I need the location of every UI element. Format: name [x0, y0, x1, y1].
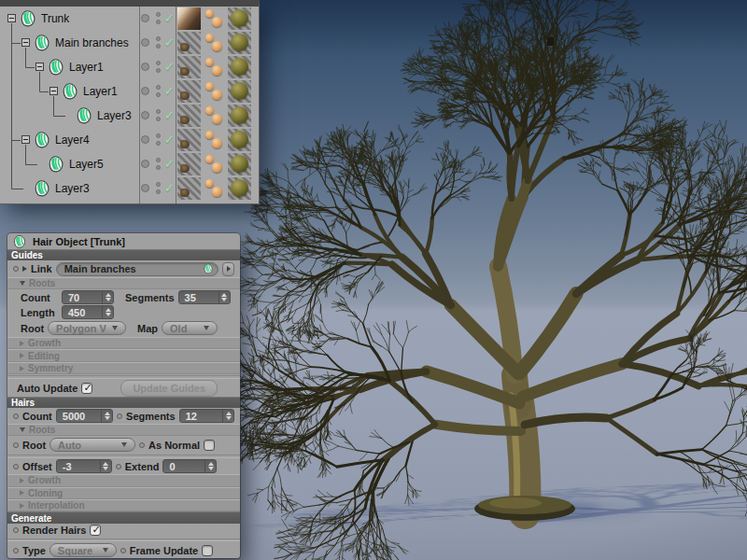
link-field[interactable]: Main branches — [56, 262, 218, 276]
subsection-hairs-roots[interactable]: Roots — [7, 424, 240, 436]
editor-visibility-dot[interactable] — [141, 160, 149, 168]
subsection-guides-growth[interactable]: Growth — [7, 337, 240, 349]
material-tags[interactable] — [203, 80, 226, 103]
section-header-generate[interactable]: Generate — [7, 511, 240, 523]
texture-tag[interactable] — [177, 80, 201, 103]
enable-checkmark-icon[interactable]: ✓ — [164, 133, 175, 147]
spinner-arrows-icon[interactable] — [102, 306, 113, 318]
visibility-dot-bottom[interactable] — [156, 68, 161, 73]
expander-minus-icon[interactable] — [21, 38, 30, 47]
visibility-dot-top[interactable] — [156, 36, 161, 41]
visibility-dot-bottom[interactable] — [156, 117, 161, 121]
expander-minus-icon[interactable] — [49, 87, 58, 95]
visibility-dot-top[interactable] — [156, 61, 161, 65]
visibility-dot-bottom[interactable] — [156, 141, 161, 146]
enable-checkmark-icon[interactable]: ✓ — [164, 35, 175, 49]
spinner-arrows-icon[interactable] — [218, 291, 230, 303]
material-tags[interactable] — [203, 32, 226, 54]
subsection-guides-editing[interactable]: Editing — [7, 349, 240, 361]
link-picker-button[interactable] — [222, 262, 234, 276]
parameter-dot-icon[interactable] — [116, 464, 121, 469]
subsection-hairs-interpolation[interactable]: Interpolation — [7, 499, 240, 511]
material-tags[interactable] — [203, 56, 226, 78]
subsection-guides-roots[interactable]: Roots — [7, 277, 240, 289]
material-tags[interactable] — [203, 177, 226, 200]
material-tags[interactable] — [203, 105, 226, 127]
editor-visibility-dot[interactable] — [141, 184, 149, 192]
material-preview-sphere[interactable] — [228, 129, 251, 151]
texture-tag[interactable] — [177, 105, 201, 127]
enable-checkmark-icon[interactable]: ✓ — [164, 108, 175, 122]
expander-minus-icon[interactable] — [7, 14, 16, 22]
object-row-layer1[interactable]: Layer1 ✓ — [0, 55, 259, 79]
parameter-dot-icon[interactable] — [13, 442, 19, 448]
object-row-layer3[interactable]: Layer3 ✓ — [0, 176, 259, 201]
visibility-dot-top[interactable] — [156, 182, 161, 187]
expand-arrow-icon[interactable] — [22, 266, 27, 272]
auto-update-checkbox[interactable] — [81, 383, 92, 394]
enable-checkmark-icon[interactable]: ✓ — [164, 157, 175, 171]
material-preview-sphere[interactable] — [228, 177, 251, 200]
object-row-layer4[interactable]: Layer4 ✓ — [0, 128, 259, 152]
section-header-hairs[interactable]: Hairs — [7, 397, 240, 408]
texture-tag[interactable] — [177, 153, 201, 175]
object-row-layer5[interactable]: Layer5 ✓ — [0, 152, 259, 176]
texture-tag[interactable] — [177, 32, 201, 54]
hairs-segments-input[interactable]: 12 — [179, 409, 234, 423]
material-preview-sphere[interactable] — [228, 153, 251, 175]
enable-checkmark-icon[interactable]: ✓ — [164, 60, 175, 74]
editor-visibility-dot[interactable] — [141, 63, 149, 71]
texture-tag[interactable] — [177, 177, 201, 200]
spinner-arrows-icon[interactable] — [101, 410, 112, 422]
texture-tag[interactable] — [177, 56, 201, 78]
editor-visibility-dot[interactable] — [141, 14, 149, 22]
material-tags[interactable] — [203, 7, 226, 30]
object-row-trunk[interactable]: Trunk ✓ — [0, 7, 259, 31]
guides-count-input[interactable]: 70 — [62, 290, 114, 304]
visibility-dot-top[interactable] — [156, 158, 161, 162]
object-row-layer1-nested[interactable]: Layer1 ✓ — [0, 79, 259, 104]
object-row-layer3-deep[interactable]: Layer3 ✓ — [0, 104, 259, 128]
visibility-dot-bottom[interactable] — [156, 189, 161, 194]
guides-length-input[interactable]: 450 — [62, 305, 114, 319]
material-preview-sphere[interactable] — [228, 32, 251, 54]
visibility-dot-top[interactable] — [156, 109, 161, 114]
material-preview-sphere[interactable] — [228, 56, 251, 78]
visibility-dot-top[interactable] — [156, 133, 161, 138]
update-guides-button[interactable]: Update Guides — [120, 380, 218, 397]
guides-segments-input[interactable]: 35 — [178, 290, 231, 304]
parameter-dot-icon[interactable] — [13, 464, 19, 469]
expander-minus-icon[interactable] — [21, 135, 30, 144]
subsection-hairs-growth[interactable]: Growth — [7, 474, 240, 486]
hairs-extend-input[interactable]: 0 — [162, 459, 217, 473]
section-header-guides[interactable]: Guides — [7, 249, 240, 260]
material-tags[interactable] — [203, 129, 226, 151]
parameter-dot-icon[interactable] — [120, 548, 126, 553]
hairs-root-dropdown[interactable]: Auto — [49, 438, 135, 452]
expander-minus-icon[interactable] — [35, 63, 44, 71]
guides-root-dropdown[interactable]: Polygon Vertex — [48, 321, 126, 335]
parameter-dot-icon[interactable] — [13, 548, 19, 553]
visibility-dot-top[interactable] — [156, 85, 161, 90]
subsection-hairs-cloning[interactable]: Cloning — [7, 487, 240, 499]
material-tags[interactable] — [203, 153, 226, 175]
spinner-arrows-icon[interactable] — [222, 410, 233, 422]
hairs-count-input[interactable]: 5000 — [56, 409, 113, 423]
parameter-dot-icon[interactable] — [13, 527, 19, 533]
enable-checkmark-icon[interactable]: ✓ — [164, 84, 175, 98]
spinner-arrows-icon[interactable] — [102, 291, 113, 303]
parameter-dot-icon[interactable] — [139, 442, 145, 448]
material-preview-sphere[interactable] — [228, 80, 251, 103]
frame-update-checkbox[interactable] — [202, 545, 213, 556]
enable-checkmark-icon[interactable]: ✓ — [164, 181, 175, 195]
visibility-dot-bottom[interactable] — [156, 20, 161, 24]
editor-visibility-dot[interactable] — [141, 38, 149, 47]
parameter-dot-icon[interactable] — [117, 413, 122, 419]
hairs-offset-input[interactable]: -3 — [56, 459, 112, 473]
visibility-dot-bottom[interactable] — [156, 165, 161, 170]
texture-tag[interactable] — [177, 129, 201, 151]
material-preview-sphere[interactable] — [228, 105, 251, 127]
as-normal-checkbox[interactable] — [204, 440, 215, 451]
guides-map-dropdown[interactable]: Old — [162, 321, 218, 335]
editor-visibility-dot[interactable] — [141, 111, 149, 119]
